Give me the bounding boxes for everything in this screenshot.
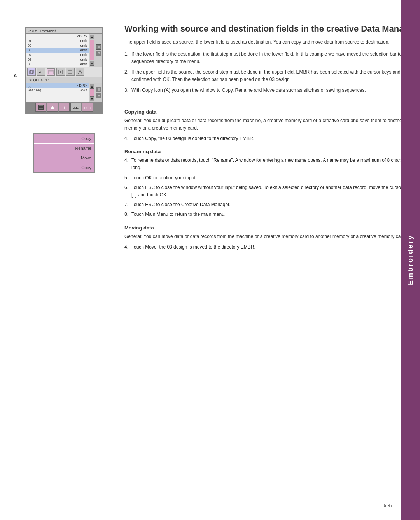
file-manager-figure: A ► \PALETTE\EMBR\ [..] <DIR>: [25, 27, 103, 114]
bottom-btn-1[interactable]: [35, 103, 46, 112]
toolbar-btn-5[interactable]: [66, 68, 75, 76]
moving-data-section: Moving data General: You can move data o…: [124, 225, 420, 251]
upper-header: \PALETTE\EMBR\: [26, 28, 102, 34]
fm-row: 05 emb: [26, 57, 89, 62]
text-content: Working with source and destination fiel…: [124, 23, 420, 497]
copy-panel-figure: Copy Rename Move Copy: [33, 133, 95, 173]
scroll-up-btn[interactable]: ▲: [90, 35, 94, 39]
right-icons: ▤ ⊟: [95, 34, 102, 67]
lower-scrollbar[interactable]: ▲ ▼: [89, 83, 95, 102]
list-item-1: 1. If the lower field is the destination…: [124, 51, 420, 65]
fm-row: [..] <DIR>: [26, 34, 89, 39]
copying-data-section: Copying data General: You can duplicate …: [124, 109, 420, 143]
svg-rect-11: [38, 105, 44, 110]
fm-row: 06 emb: [26, 62, 89, 67]
fm-row: 01 emb: [26, 39, 89, 43]
move-btn[interactable]: Move: [34, 153, 94, 163]
bottom-btn-ok[interactable]: O.K.: [70, 103, 81, 112]
bottom-btn-esc[interactable]: ESC: [82, 103, 93, 112]
list-item-3: 3. With Copy icon (A) you open the windo…: [124, 87, 420, 94]
fm-row: 04 emb: [26, 53, 89, 57]
copy-btn-2[interactable]: Copy: [34, 163, 94, 172]
rename-btn[interactable]: Rename: [34, 144, 94, 153]
fm-row-empty: [26, 93, 89, 97]
renaming-step-5: 5. Touch OK to confirm your input.: [124, 174, 420, 182]
lower-panel: [..] <DIR> Satinseq SSQ ▲: [26, 83, 102, 102]
scroll-down-btn[interactable]: ▼: [90, 61, 94, 66]
moving-general-text: General: You can move data or data recor…: [124, 233, 420, 240]
list-item-2: 2. If the upper field is the source, the…: [124, 68, 420, 83]
spacer: [124, 97, 420, 109]
icon-btn: ▤: [96, 44, 102, 50]
lower-file-list: [..] <DIR> Satinseq SSQ: [26, 83, 89, 102]
fm-row-selected: 03 emb: [26, 48, 89, 53]
lower-header: \SEQUENCE\: [26, 77, 102, 83]
svg-marker-10: [78, 70, 82, 74]
svg-text:i: i: [63, 105, 65, 110]
upper-panel: [..] <DIR> 01 emb 02 emb: [26, 34, 102, 67]
scroll-down-btn[interactable]: ▼: [90, 96, 94, 101]
file-manager-ui: \PALETTE\EMBR\ [..] <DIR> 01 emb: [25, 27, 103, 114]
scroll-thumb: [90, 89, 94, 96]
renaming-step-6: 6. Touch ESC to close the window without…: [124, 184, 420, 199]
bottom-toolbar: i O.K. ESC: [26, 102, 102, 113]
label-a-text: A: [14, 73, 17, 79]
upper-file-list: [..] <DIR> 01 emb 02 emb: [26, 34, 89, 67]
renaming-data-section: Renaming data 4. To rename data or data …: [124, 149, 420, 218]
svg-rect-2: [49, 70, 53, 74]
fm-row: 02 emb: [26, 43, 89, 48]
page-container: A ► \PALETTE\EMBR\ [..] <DIR>: [0, 0, 420, 520]
renaming-data-title: Renaming data: [124, 149, 420, 154]
copying-general-text: General: You can duplicate data or data …: [124, 117, 420, 132]
copying-data-title: Copying data: [124, 109, 420, 115]
icon-btn: ⊟: [96, 93, 102, 98]
page-number: 5:37: [384, 503, 393, 508]
moving-data-title: Moving data: [124, 225, 420, 231]
page-title: Working with source and destination fiel…: [124, 23, 420, 35]
bottom-btn-2[interactable]: [47, 103, 58, 112]
copy-btn-1[interactable]: Copy: [34, 134, 94, 144]
svg-rect-1: [30, 70, 33, 73]
bottom-btn-info[interactable]: i: [59, 103, 70, 112]
svg-rect-0: [30, 71, 33, 74]
toolbar-btn-active[interactable]: [47, 68, 55, 76]
toolbar-btn-6[interactable]: [76, 68, 84, 76]
renaming-step-7: 7. Touch ESC to close the Creative Data …: [124, 201, 420, 208]
sidebar-label: Embroidery: [406, 235, 415, 285]
fm-row-selected: [..] <DIR>: [26, 83, 89, 88]
toolbar-btn-4[interactable]: [56, 68, 65, 76]
toolbar-btn-copy[interactable]: [27, 68, 36, 76]
scroll-up-btn[interactable]: ▲: [90, 84, 94, 89]
left-figures: A ► \PALETTE\EMBR\ [..] <DIR>: [23, 27, 113, 497]
toolbar-btn-rename[interactable]: [37, 68, 46, 76]
renaming-step-8: 8. Touch Main Menu to return to the main…: [124, 211, 420, 218]
svg-text:ESC: ESC: [84, 106, 91, 110]
icon-btn: ▤: [96, 87, 102, 92]
scroll-thumb: [90, 40, 94, 60]
right-sidebar: Embroidery: [401, 0, 420, 520]
icon-btn: ⊟: [96, 51, 102, 56]
upper-scrollbar[interactable]: ▲ ▼: [89, 34, 95, 67]
right-icons-lower: ▤ ⊟: [95, 83, 102, 102]
fm-row: Satinseq SSQ: [26, 88, 89, 93]
copying-step: 4. Touch Copy, the 03 design is copied t…: [124, 135, 420, 142]
numbered-list: 1. If the lower field is the destination…: [124, 51, 420, 94]
intro-paragraph: The upper field is used as source, the l…: [124, 39, 420, 46]
fm-row-empty: [26, 97, 89, 102]
moving-step: 4. Touch Move, the 03 design is moved to…: [124, 243, 420, 251]
fm-toolbar: [26, 67, 102, 77]
renaming-step-4: 4. To rename data or data records, touch…: [124, 157, 420, 172]
